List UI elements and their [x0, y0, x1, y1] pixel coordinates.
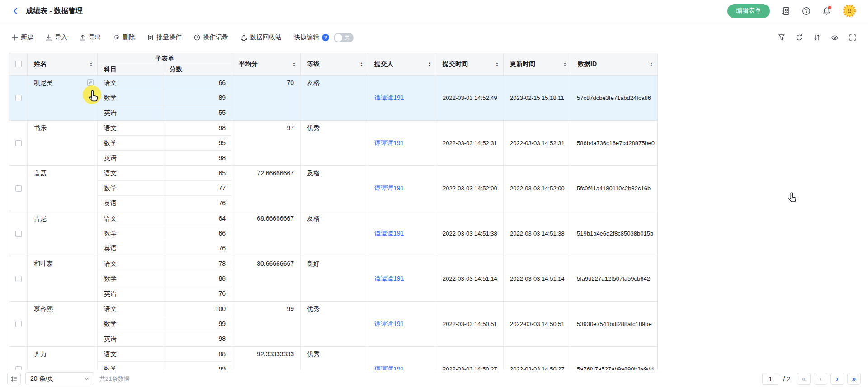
notification-bell-icon[interactable] [822, 7, 831, 15]
prev-page-button[interactable]: ‹ [814, 373, 827, 385]
page-input[interactable] [762, 373, 778, 385]
edit-record-icon[interactable] [87, 79, 94, 86]
row-checkbox[interactable] [15, 321, 22, 327]
col-header-subject: 科目 [98, 64, 163, 75]
row-checkbox[interactable] [15, 95, 22, 101]
col-average-label: 平均分 [239, 60, 258, 68]
subject-value: 英语 [98, 105, 163, 120]
col-header-submitter[interactable]: 提交人 ▲▼ [368, 53, 436, 75]
export-button[interactable]: 导出 [80, 33, 101, 42]
col-header-average[interactable]: 平均分 ▲▼ [232, 53, 301, 75]
col-header-grade[interactable]: 等级 ▲▼ [301, 53, 368, 75]
data-table: 姓名 ▲▼ 子表单 科目 分数 平均分 ▲▼ 等级 ▲▼ 提交人 ▲▼ 提交时间… [9, 53, 658, 387]
row-checkbox[interactable] [15, 140, 22, 146]
last-page-button[interactable]: » [847, 373, 861, 385]
col-subject-label: 科目 [104, 66, 117, 74]
import-label: 导入 [55, 33, 67, 42]
edit-form-button[interactable]: 编辑表单 [727, 4, 770, 18]
score-value: 64 [163, 211, 232, 226]
table-row: 盖聂语文数学英语65777672.66666667及格谭谭谭1912022-03… [9, 166, 657, 211]
avatar[interactable] [843, 4, 856, 18]
sort-icon[interactable]: ▲▼ [495, 62, 499, 67]
score-cell: 668955 [163, 76, 232, 120]
submitter-link[interactable]: 谭谭谭191 [374, 184, 404, 193]
col-header-data-id[interactable]: 数据ID ▲▼ [571, 53, 657, 75]
sort-icon[interactable]: ▲▼ [90, 62, 93, 67]
col-header-subform: 子表单 [98, 53, 232, 64]
per-page-select[interactable]: 20 条/页 [25, 372, 94, 385]
select-all-checkbox[interactable] [15, 61, 22, 67]
help-icon[interactable]: ? [802, 7, 811, 15]
row-checkbox-cell [9, 256, 28, 301]
subject-value: 英语 [98, 286, 163, 301]
next-page-button[interactable]: › [830, 373, 844, 385]
delete-label: 删除 [123, 33, 135, 42]
average-cell: 72.66666667 [232, 166, 301, 211]
col-grade-label: 等级 [307, 60, 320, 68]
filter-icon[interactable] [778, 34, 785, 41]
sort-icon[interactable]: ▲▼ [428, 62, 431, 67]
grade-cell: 良好 [301, 256, 368, 301]
new-button[interactable]: 新建 [12, 33, 33, 42]
operation-log-button[interactable]: 操作记录 [194, 33, 228, 42]
subject-cell: 语文数学英语 [98, 256, 163, 301]
col-data-id-label: 数据ID [578, 60, 597, 68]
update-time-cell: 2022-03-03 14:52:00 [504, 166, 571, 211]
recycle-bin-button[interactable]: 数据回收站 [241, 33, 282, 42]
subject-value: 语文 [98, 121, 163, 136]
delete-button[interactable]: 删除 [113, 33, 135, 42]
sort-icon[interactable]: ▲▼ [563, 62, 566, 67]
data-id-cell: 57c87dcbe3fe71abd24fca86 [571, 76, 657, 120]
score-value: 88 [163, 347, 232, 362]
submitter-link[interactable]: 谭谭谭191 [374, 320, 404, 328]
col-header-submit-time[interactable]: 提交时间 ▲▼ [436, 53, 504, 75]
import-button[interactable]: 导入 [46, 33, 67, 42]
submitter-link[interactable]: 谭谭谭191 [374, 139, 404, 147]
score-cell: 646676 [163, 211, 232, 256]
submitter-link[interactable]: 谭谭谭191 [374, 275, 404, 283]
toolbar-right [778, 34, 856, 42]
sort-icon[interactable]: ▲▼ [650, 62, 653, 67]
subject-value: 数学 [98, 181, 163, 196]
fullscreen-icon[interactable] [849, 34, 856, 41]
quick-edit-toggle[interactable]: 关 [334, 33, 354, 42]
subject-cell: 语文数学英语 [98, 76, 163, 120]
row-height-icon[interactable] [7, 373, 21, 385]
table-row: 凯尼吴语文数学英语66895570及格谭谭谭1912022-03-03 14:5… [9, 76, 657, 121]
submitter-cell: 谭谭谭191 [368, 256, 436, 301]
sort-icon[interactable]: ▲▼ [360, 62, 363, 67]
student-name: 慕容熙 [34, 302, 53, 316]
submitter-link[interactable]: 谭谭谭191 [374, 94, 404, 102]
quick-edit-help-icon[interactable]: ? [322, 34, 329, 41]
row-checkbox[interactable] [15, 276, 22, 282]
refresh-icon[interactable] [796, 34, 803, 41]
address-book-icon[interactable] [782, 7, 790, 15]
submit-time-cell: 2022-03-03 14:51:38 [436, 211, 504, 256]
submitter-link[interactable]: 谭谭谭191 [374, 230, 404, 238]
col-header-name[interactable]: 姓名 ▲▼ [28, 53, 98, 75]
first-page-button[interactable]: « [797, 373, 811, 385]
back-icon[interactable] [12, 7, 19, 15]
table-body: 凯尼吴语文数学英语66895570及格谭谭谭1912022-03-03 14:5… [9, 76, 657, 387]
submit-time-cell: 2022-03-03 14:50:51 [436, 302, 504, 346]
column-visibility-icon[interactable] [831, 34, 839, 42]
grade-cell: 及格 [301, 76, 368, 120]
col-header-update-time[interactable]: 更新时间 ▲▼ [504, 53, 571, 75]
table-row: 书乐语文数学英语98959897优秀谭谭谭1912022-03-03 14:52… [9, 121, 657, 166]
pager: / 2 « ‹ › » [762, 373, 861, 385]
student-name: 吉尼 [34, 211, 47, 226]
name-cell: 吉尼 [28, 211, 98, 256]
score-value: 99 [163, 316, 232, 331]
batch-operation-button[interactable]: 批量操作 [147, 33, 182, 42]
score-value: 77 [163, 181, 232, 196]
sort-icon[interactable]: ▲▼ [292, 62, 296, 67]
row-checkbox[interactable] [15, 185, 22, 192]
subject-cell: 语文数学英语 [98, 302, 163, 346]
sort-order-icon[interactable] [813, 34, 821, 41]
grade-cell: 优秀 [301, 121, 368, 165]
row-checkbox[interactable] [15, 231, 22, 237]
col-submitter-label: 提交人 [374, 60, 393, 68]
student-name: 和叶森 [34, 256, 53, 271]
col-score-label: 分数 [170, 66, 182, 74]
data-id-cell: 5fc0f41a4180110c2b82c16b [571, 166, 657, 211]
